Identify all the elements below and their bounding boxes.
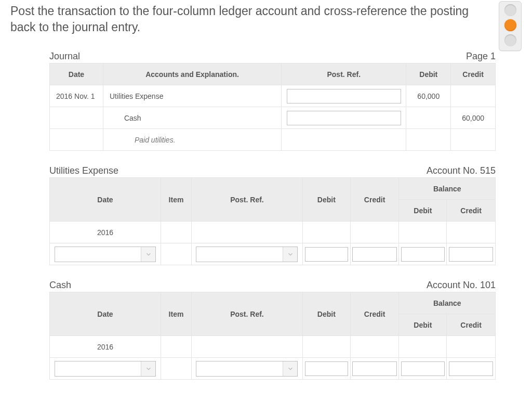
cell-post-ref (282, 129, 406, 151)
journal-row: Cash 60,000 (50, 107, 496, 129)
cell-date (50, 107, 103, 129)
cell-account: Utilities Expense (103, 85, 281, 107)
credit-input[interactable] (352, 361, 396, 376)
status-traffic-light (499, 1, 522, 51)
col-debit: Debit (302, 292, 350, 336)
ledger-section-utilities: Utilities Expense Account No. 515 Date I… (49, 165, 496, 265)
cell-credit: 60,000 (451, 107, 496, 129)
credit-input[interactable] (352, 247, 396, 262)
chevron-down-icon[interactable] (283, 247, 297, 262)
col-date: Date (50, 178, 161, 222)
col-date: Date (50, 63, 103, 85)
journal-table: Date Accounts and Explanation. Post. Ref… (49, 63, 496, 151)
ledger-title: Utilities Expense (49, 165, 118, 176)
chevron-down-icon[interactable] (141, 247, 155, 262)
post-ref-select-field[interactable] (196, 361, 283, 376)
col-bal-debit: Debit (399, 314, 447, 336)
col-bal-debit: Debit (399, 200, 447, 222)
cell-year: 2016 (50, 222, 161, 243)
date-select[interactable] (55, 247, 156, 262)
ledger-account-no: Account No. 515 (427, 165, 496, 176)
light-top (504, 4, 516, 16)
post-ref-select-field[interactable] (196, 247, 283, 262)
light-bottom (504, 34, 516, 46)
debit-input[interactable] (305, 247, 348, 262)
col-balance: Balance (399, 178, 496, 200)
ledger-title: Cash (49, 280, 71, 291)
post-ref-input[interactable] (287, 111, 401, 125)
journal-section: Journal Page 1 Date Accounts and Explana… (49, 51, 496, 151)
light-middle (504, 19, 516, 31)
debit-input[interactable] (305, 361, 348, 376)
cell-date: 2016 Nov. 1 (50, 85, 103, 107)
col-post-ref: Post. Ref. (282, 63, 406, 85)
bal-debit-input[interactable] (401, 361, 444, 376)
col-item: Item (161, 292, 192, 336)
journal-row: Paid utilities. (50, 129, 496, 151)
bal-credit-input[interactable] (449, 361, 493, 376)
post-ref-select[interactable] (196, 247, 298, 262)
ledger-year-row: 2016 (50, 222, 496, 243)
ledger-account-no: Account No. 101 (427, 280, 496, 291)
cell-post-ref (282, 85, 406, 107)
col-post-ref: Post. Ref. (191, 292, 302, 336)
cell-credit (451, 129, 496, 151)
cell-date (50, 129, 103, 151)
ledger-table: Date Item Post. Ref. Debit Credit Balanc… (49, 177, 496, 265)
post-ref-select[interactable] (196, 361, 298, 377)
ledger-input-row (50, 243, 496, 265)
cell-debit (406, 129, 451, 151)
cell-account: Cash (103, 107, 281, 129)
col-credit: Credit (350, 178, 399, 222)
journal-title: Journal (49, 51, 80, 62)
date-select[interactable] (55, 361, 156, 377)
chevron-down-icon[interactable] (283, 361, 297, 376)
col-bal-credit: Credit (447, 200, 496, 222)
cell-debit: 60,000 (406, 85, 451, 107)
journal-page-label: Page 1 (466, 51, 496, 62)
col-accounts: Accounts and Explanation. (103, 63, 281, 85)
col-date: Date (50, 292, 161, 336)
chevron-down-icon[interactable] (141, 361, 155, 376)
post-ref-input[interactable] (287, 89, 401, 104)
cell-explanation: Paid utilities. (103, 129, 281, 151)
col-debit: Debit (302, 178, 350, 222)
col-balance: Balance (399, 292, 496, 314)
col-credit: Credit (451, 63, 496, 85)
col-debit: Debit (406, 63, 451, 85)
col-bal-credit: Credit (447, 314, 496, 336)
cell-year: 2016 (50, 336, 161, 358)
date-select-field[interactable] (55, 247, 141, 262)
ledger-section-cash: Cash Account No. 101 Date Item Post. Ref… (49, 280, 496, 380)
instruction-text: Post the transaction to the four-column … (10, 3, 499, 35)
bal-credit-input[interactable] (449, 247, 493, 262)
col-item: Item (161, 178, 192, 222)
cell-credit (451, 85, 496, 107)
journal-row: 2016 Nov. 1 Utilities Expense 60,000 (50, 85, 496, 107)
cell-item (161, 243, 192, 265)
cell-post-ref (282, 107, 406, 129)
col-credit: Credit (350, 292, 399, 336)
ledger-input-row (50, 358, 496, 380)
ledger-table: Date Item Post. Ref. Debit Credit Balanc… (49, 292, 496, 380)
cell-item (161, 358, 192, 380)
col-post-ref: Post. Ref. (191, 178, 302, 222)
bal-debit-input[interactable] (401, 247, 444, 262)
date-select-field[interactable] (55, 361, 141, 376)
cell-debit (406, 107, 451, 129)
ledger-year-row: 2016 (50, 336, 496, 358)
